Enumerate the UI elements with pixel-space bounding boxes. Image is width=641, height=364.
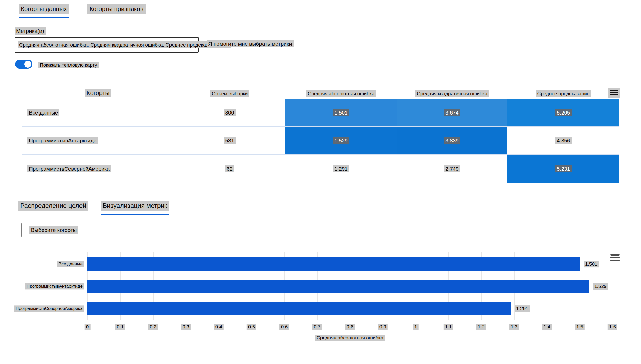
tab-metrics-visualization[interactable]: Визуализация метрик	[101, 201, 169, 215]
bar-category-label: Все данные	[2, 261, 84, 267]
metric-field-label: Метрика(и)	[15, 27, 46, 35]
sample-size-cell: 62	[174, 155, 285, 183]
x-tick-label: 1.3	[509, 324, 519, 330]
col-header-mse: Средняя квадратичная ошибка	[397, 90, 507, 97]
tab-selected-underline	[101, 214, 169, 215]
x-tick-label: 1.2	[476, 324, 486, 330]
metric-dropdown-value: Средняя абсолютная ошибка, Средняя квадр…	[18, 41, 231, 48]
x-tick-label: 0.1	[115, 324, 125, 330]
bar-value-label: 1.291	[515, 305, 530, 312]
col-header-mean-prediction: Среднее предсказание	[507, 90, 619, 97]
sub-tab-bar: Распределение целей Визуализация метрик	[18, 201, 169, 215]
table-menu-icon[interactable]	[608, 88, 620, 98]
metrics-bar-chart: Все данные 1.501 ПрограммистывАнтарктиде…	[0, 246, 641, 349]
mean-prediction-cell: 5.231	[507, 155, 619, 183]
x-tick-label: 1.4	[542, 324, 552, 330]
bar-programmers-north-america[interactable]	[87, 302, 511, 315]
metrics-table: Все данные 800 1.501 3.674 5.205 Програм…	[22, 99, 619, 183]
mean-prediction-cell: 5.205	[507, 99, 619, 126]
metrics-table-header: Когорты Объем выборки Средняя абсолютная…	[22, 87, 619, 97]
metric-dropdown[interactable]: Средняя абсолютная ошибка, Средняя квадр…	[15, 37, 199, 53]
sample-size-cell: 800	[174, 99, 285, 126]
x-tick-label: 1.6	[608, 324, 617, 330]
tab-feature-cohorts-label: Когорты признаков	[87, 4, 146, 14]
chart-x-axis-label: Средняя абсолютная ошибка	[315, 335, 385, 341]
col-header-mae: Средняя абсолютная ошибка	[285, 90, 397, 97]
bar-category-label: ПрограммистывАнтарктиде	[2, 283, 84, 289]
toggle-knob	[24, 61, 31, 68]
table-row[interactable]: ПрограммиствСевернойАмерика 62 1.291 2.7…	[22, 155, 619, 183]
heatmap-toggle-label: Показать тепловую карту	[38, 62, 99, 68]
tab-feature-cohorts[interactable]: Когорты признаков	[87, 4, 146, 18]
tab-selected-underline	[19, 17, 69, 18]
tab-data-cohorts[interactable]: Когорты данных	[19, 4, 69, 18]
x-tick-label: 0.6	[279, 324, 289, 330]
mae-cell: 1.501	[285, 99, 397, 126]
table-row[interactable]: ПрограммистывАнтарктиде 531 1.529 3.839 …	[22, 127, 619, 155]
bar-all-data[interactable]	[87, 257, 580, 271]
model-assessment-page: Когорты данных Когорты признаков Метрика…	[0, 0, 641, 364]
col-header-cohorts: Когорты	[22, 89, 174, 97]
mean-prediction-cell: 4.856	[507, 127, 619, 154]
x-tick-label: 1.5	[575, 324, 585, 330]
metric-help-link[interactable]: Я помогите мне выбрать метрики	[207, 40, 294, 47]
mse-cell: 3.674	[397, 99, 507, 126]
bar-programmers-antarctica[interactable]	[87, 280, 589, 293]
x-tick-label: 0.5	[247, 324, 256, 330]
top-tab-bar: Когорты данных Когорты признаков	[19, 4, 146, 18]
heatmap-toggle[interactable]	[15, 60, 32, 69]
sample-size-cell: 531	[174, 127, 285, 154]
cohort-name-cell: ПрограммистывАнтарктиде	[22, 127, 174, 154]
x-tick-label: 0.3	[181, 324, 191, 330]
choose-cohorts-button[interactable]: Выберите когорты	[21, 223, 86, 237]
mae-cell: 1.291	[285, 155, 397, 183]
tab-data-cohorts-label: Когорты данных	[19, 4, 69, 14]
cohort-name-cell: ПрограммиствСевернойАмерика	[22, 155, 174, 183]
col-header-sample-size: Объем выборки	[174, 90, 285, 97]
x-tick-label: 1.1	[444, 324, 453, 330]
mae-cell: 1.529	[285, 127, 397, 154]
mse-cell: 3.839	[397, 127, 507, 154]
x-tick-label: 0	[85, 324, 91, 330]
x-tick-label: 0.7	[312, 324, 322, 330]
bar-value-label: 1.501	[584, 261, 599, 267]
cohort-name-cell: Все данные	[22, 99, 174, 126]
chart-menu-icon[interactable]	[610, 253, 620, 263]
x-tick-label: 0.2	[148, 324, 158, 330]
tab-target-distribution[interactable]: Распределение целей	[18, 201, 88, 215]
x-tick-label: 0.4	[214, 324, 224, 330]
mse-cell: 2.749	[397, 155, 507, 183]
x-tick-label: 1	[413, 324, 419, 330]
x-tick-label: 0.9	[378, 324, 388, 330]
bar-value-label: 1.529	[593, 283, 608, 290]
table-row[interactable]: Все данные 800 1.501 3.674 5.205	[22, 99, 619, 127]
bar-category-label: ПрограммиствСевернойАмерика	[2, 305, 84, 312]
x-tick-label: 0.8	[345, 324, 355, 330]
